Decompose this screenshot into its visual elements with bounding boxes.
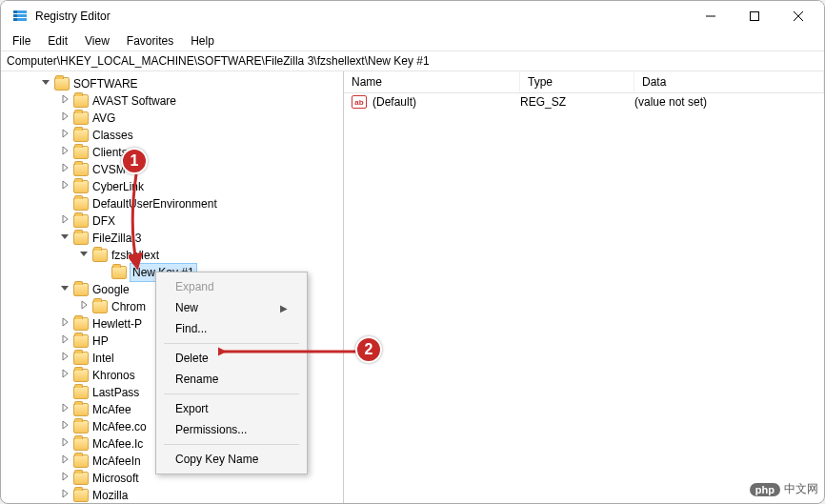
tree-item[interactable]: SOFTWARE xyxy=(1,75,343,92)
tree-item-label: Intel xyxy=(92,350,114,367)
folder-icon xyxy=(73,129,89,142)
chevron-right-icon[interactable] xyxy=(58,212,71,230)
chevron-right-icon[interactable] xyxy=(58,418,71,435)
list-row[interactable]: ab (Default) REG_SZ (value not set) xyxy=(344,93,824,111)
folder-icon xyxy=(73,197,89,211)
tree-item-label: Microsoft xyxy=(92,470,139,487)
tree-item[interactable]: DFX xyxy=(1,212,343,230)
menu-view[interactable]: View xyxy=(77,32,117,50)
svg-rect-7 xyxy=(751,12,759,21)
chevron-right-icon[interactable] xyxy=(58,453,71,470)
chevron-right-icon[interactable] xyxy=(58,487,71,503)
chevron-right-icon[interactable] xyxy=(58,367,71,384)
folder-icon xyxy=(73,283,89,296)
folder-icon xyxy=(73,454,89,468)
menu-item-label: Delete xyxy=(175,352,209,365)
chevron-down-icon[interactable] xyxy=(58,281,71,298)
chevron-right-icon[interactable] xyxy=(58,350,71,367)
menu-favorites[interactable]: Favorites xyxy=(119,32,181,50)
folder-icon xyxy=(73,232,89,245)
tree-item-label: SOFTWARE xyxy=(73,75,138,92)
folder-icon xyxy=(73,472,89,485)
chevron-right-icon[interactable] xyxy=(58,401,71,418)
svg-rect-3 xyxy=(13,10,17,13)
menu-file[interactable]: File xyxy=(5,32,38,50)
svg-rect-5 xyxy=(13,18,17,21)
menu-item-copy-key-name[interactable]: Copy Key Name xyxy=(158,449,305,470)
tree-item[interactable]: fzshellext xyxy=(1,247,343,264)
tree-item[interactable]: Clients xyxy=(1,144,343,161)
folder-icon xyxy=(73,111,89,125)
chevron-right-icon[interactable] xyxy=(77,298,91,315)
tree-item[interactable]: DefaultUserEnvironment xyxy=(1,195,343,212)
chevron-right-icon[interactable] xyxy=(58,110,71,127)
menu-item-permissions[interactable]: Permissions... xyxy=(158,419,305,440)
tree-item[interactable]: AVAST Software xyxy=(1,92,343,110)
menu-item-rename[interactable]: Rename xyxy=(158,369,305,390)
folder-icon xyxy=(73,317,89,331)
menu-item-new[interactable]: New▶ xyxy=(158,297,305,318)
folder-icon xyxy=(73,369,89,382)
menu-item-label: Expand xyxy=(175,280,214,293)
folder-icon xyxy=(73,94,89,108)
window-title: Registry Editor xyxy=(35,10,111,23)
chevron-down-icon[interactable] xyxy=(58,230,71,247)
list-header: Name Type Data xyxy=(344,71,824,93)
tree-item[interactable]: FileZilla 3 xyxy=(1,230,343,247)
col-header-name[interactable]: Name xyxy=(344,71,520,92)
svg-rect-4 xyxy=(13,14,17,17)
tree-item-label: HP xyxy=(92,333,109,350)
col-header-type[interactable]: Type xyxy=(520,71,634,92)
folder-icon xyxy=(73,437,89,451)
chevron-right-icon[interactable] xyxy=(58,315,71,333)
chevron-right-icon[interactable] xyxy=(58,178,71,195)
chevron-down-icon[interactable] xyxy=(39,75,52,92)
value-name: (Default) xyxy=(372,95,416,109)
tree-item-label: McAfee xyxy=(92,401,131,418)
chevron-down-icon[interactable] xyxy=(77,247,91,264)
folder-icon xyxy=(73,334,89,348)
menu-item-label: Find... xyxy=(175,322,207,335)
tree-item-label: Chrom xyxy=(111,298,146,315)
annotation-badge-1: 1 xyxy=(121,148,148,174)
address-bar[interactable]: Computer\HKEY_LOCAL_MACHINE\SOFTWARE\Fil… xyxy=(1,50,824,71)
menu-item-expand: Expand xyxy=(158,276,305,297)
chevron-right-icon[interactable] xyxy=(58,333,71,350)
chevron-right-icon[interactable] xyxy=(58,470,71,487)
menu-item-label: Permissions... xyxy=(175,423,247,436)
tree-item[interactable]: Classes xyxy=(1,127,343,144)
folder-icon xyxy=(73,403,89,416)
chevron-right-icon[interactable] xyxy=(58,435,71,453)
tree-item-label: AVG xyxy=(92,110,115,127)
tree-item-label: McAfee.Ic xyxy=(92,435,143,453)
list-pane: Name Type Data ab (Default) REG_SZ (valu… xyxy=(344,71,824,503)
menu-edit[interactable]: Edit xyxy=(40,32,75,50)
tree-item-label: DFX xyxy=(92,212,115,230)
col-header-data[interactable]: Data xyxy=(634,71,824,92)
watermark-php: php xyxy=(750,483,780,496)
chevron-right-icon[interactable] xyxy=(58,127,71,144)
close-button[interactable] xyxy=(776,1,820,31)
tree-item[interactable]: Mozilla xyxy=(1,487,343,503)
menu-item-find[interactable]: Find... xyxy=(158,318,305,339)
minimize-button[interactable] xyxy=(689,1,733,31)
tree-item-label: AVAST Software xyxy=(92,92,176,110)
chevron-right-icon[interactable] xyxy=(58,144,71,161)
folder-icon xyxy=(73,146,89,159)
list-body[interactable]: ab (Default) REG_SZ (value not set) xyxy=(344,93,824,503)
menu-help[interactable]: Help xyxy=(183,32,222,50)
folder-icon xyxy=(54,77,70,91)
tree-item-label: LastPass xyxy=(92,384,139,401)
tree-item-label: Google xyxy=(92,281,130,298)
folder-icon xyxy=(73,163,89,176)
tree-item[interactable]: CyberLink xyxy=(1,178,343,195)
folder-icon xyxy=(111,266,127,279)
maximize-button[interactable] xyxy=(733,1,776,31)
menu-item-label: Export xyxy=(175,402,209,415)
chevron-right-icon[interactable] xyxy=(58,92,71,110)
menu-item-export[interactable]: Export xyxy=(158,398,305,419)
string-value-icon: ab xyxy=(352,95,367,109)
chevron-right-icon[interactable] xyxy=(58,161,71,178)
tree-item[interactable]: CVSM xyxy=(1,161,343,178)
tree-item[interactable]: AVG xyxy=(1,110,343,127)
